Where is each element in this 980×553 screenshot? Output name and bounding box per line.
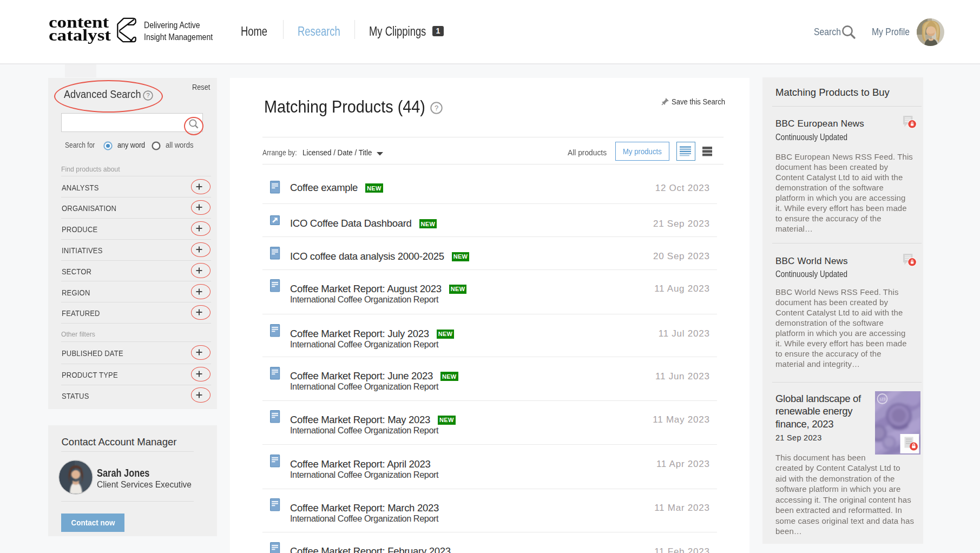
svg-text:?: ? xyxy=(435,104,438,112)
svg-text:123: 123 xyxy=(879,397,886,401)
